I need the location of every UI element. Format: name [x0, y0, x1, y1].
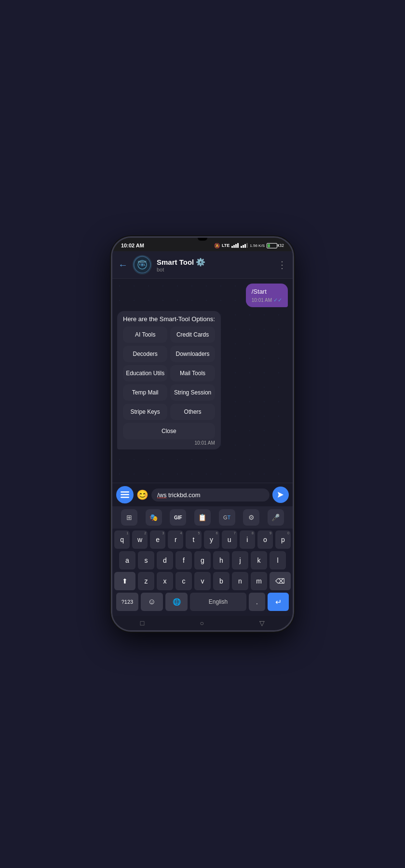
menu-button[interactable]	[116, 486, 134, 503]
emoji-keyboard-button[interactable]: ☺	[141, 593, 163, 611]
key-s[interactable]: s	[138, 551, 154, 570]
space-key[interactable]: English	[190, 593, 246, 611]
back-button[interactable]: ←	[118, 259, 128, 271]
key-d[interactable]: d	[157, 551, 173, 570]
battery-pct: 32	[279, 243, 284, 248]
sent-text: /Start	[252, 287, 282, 296]
options-grid: AI Tools Credit Cards Decoders Downloade…	[123, 326, 215, 439]
key-w[interactable]: w2	[132, 530, 148, 549]
key-r[interactable]: r4	[168, 530, 183, 549]
sent-bubble: /Start 10:01 AM ✓✓	[246, 284, 288, 307]
key-o[interactable]: o9	[257, 530, 273, 549]
key-f[interactable]: f	[176, 551, 192, 570]
btn-others[interactable]: Others	[170, 404, 215, 420]
key-b[interactable]: b	[213, 572, 230, 590]
btn-ai-tools[interactable]: AI Tools	[123, 326, 167, 343]
battery-fill	[268, 244, 270, 247]
keyboard-bottom-row: ?123 ☺ 🌐 English . ↵	[114, 593, 291, 614]
btn-close[interactable]: Close	[123, 423, 215, 439]
key-n[interactable]: n	[232, 572, 248, 590]
apps-icon-button[interactable]: ⊞	[121, 509, 137, 526]
backspace-key[interactable]: ⌫	[270, 572, 291, 590]
key-g[interactable]: g	[194, 551, 211, 570]
gif-button[interactable]: GIF	[170, 509, 186, 526]
btn-downloaders[interactable]: Downloaders	[170, 346, 215, 362]
phone-frame: 10:02 AM 🔕 LTE 1.56 K/S 32	[111, 236, 294, 632]
btn-mail-tools[interactable]: Mail Tools	[170, 365, 215, 381]
input-ws-underline: /ws	[157, 491, 167, 499]
globe-key[interactable]: 🌐	[165, 593, 188, 611]
bot-avatar: SMART TOOL	[133, 255, 152, 274]
key-x[interactable]: x	[157, 572, 173, 590]
key-q[interactable]: q1	[114, 530, 130, 549]
status-icons: 🔕 LTE 1.56 K/S 32	[214, 243, 284, 248]
received-bubble: Here are the Smart-Tool Options: AI Tool…	[117, 311, 221, 449]
key-l[interactable]: l	[270, 551, 286, 570]
btn-decoders[interactable]: Decoders	[123, 346, 167, 362]
signal-bars-2	[241, 243, 248, 248]
key-y[interactable]: y6	[204, 530, 219, 549]
nav-back-button[interactable]: ▽	[259, 619, 265, 627]
key-c[interactable]: c	[176, 572, 192, 590]
more-menu-button[interactable]: ⋮	[277, 259, 287, 271]
key-z[interactable]: z	[138, 572, 154, 590]
keyboard-row-3: ⬆ z x c v b n m ⌫	[114, 572, 291, 590]
translate-button[interactable]: GT	[219, 509, 235, 526]
period-key[interactable]: .	[249, 593, 265, 611]
key-p[interactable]: p0	[275, 530, 291, 549]
nav-home-button[interactable]: ○	[200, 619, 203, 627]
network-label: LTE	[222, 243, 230, 248]
battery-icon	[267, 243, 277, 248]
key-k[interactable]: k	[251, 551, 267, 570]
signal-bars	[231, 243, 239, 248]
keyboard: q1 w2 e3 r4 t5 y6 u7 i8 o9 p0 a s d f g …	[112, 529, 293, 616]
sticker-button[interactable]: 🎭	[146, 509, 162, 526]
svg-rect-7	[121, 494, 129, 496]
key-j[interactable]: j	[232, 551, 248, 570]
btn-stripe-keys[interactable]: Stripe Keys	[123, 404, 167, 420]
notch	[198, 238, 207, 241]
message-input[interactable]: /ws trickbd.com	[151, 488, 270, 502]
received-text: Here are the Smart-Tool Options:	[123, 315, 215, 324]
chat-header: ← SMART TOOL Smart Tool ⚙️ bot ⋮	[112, 251, 293, 279]
key-h[interactable]: h	[213, 551, 230, 570]
bot-name: Smart Tool	[157, 258, 194, 266]
keyboard-row-1: q1 w2 e3 r4 t5 y6 u7 i8 o9 p0	[114, 530, 291, 549]
svg-point-5	[141, 264, 143, 266]
btn-education-utils[interactable]: Education Utils	[123, 365, 167, 381]
bot-status: bot	[157, 267, 272, 272]
speed-label: 1.56 K/S	[250, 244, 265, 248]
key-u[interactable]: u7	[222, 530, 237, 549]
chat-area: /Start 10:01 AM ✓✓ Here are the Smart-To…	[112, 279, 293, 483]
mic-button[interactable]: 🎤	[268, 509, 284, 526]
key-e[interactable]: e3	[150, 530, 165, 549]
gear-icon: ⚙️	[196, 258, 205, 267]
sent-message-row: /Start 10:01 AM ✓✓	[117, 284, 288, 307]
settings-icon-button[interactable]: ⚙	[243, 509, 259, 526]
btn-string-session[interactable]: String Session	[170, 384, 215, 401]
key-i[interactable]: i8	[240, 530, 255, 549]
nav-recents-button[interactable]: □	[140, 619, 144, 627]
btn-credit-cards[interactable]: Credit Cards	[170, 326, 215, 343]
send-button[interactable]	[272, 487, 289, 503]
svg-rect-8	[121, 497, 129, 498]
read-ticks: ✓✓	[273, 297, 282, 303]
num-key[interactable]: ?123	[116, 593, 138, 611]
received-message-row: Here are the Smart-Tool Options: AI Tool…	[117, 311, 288, 449]
key-v[interactable]: v	[194, 572, 211, 590]
status-time: 10:02 AM	[121, 243, 144, 248]
key-m[interactable]: m	[251, 572, 267, 590]
sent-time: 10:01 AM ✓✓	[252, 297, 282, 303]
nav-bar: □ ○ ▽	[112, 616, 293, 630]
shift-key[interactable]: ⬆	[114, 572, 135, 590]
key-a[interactable]: a	[119, 551, 135, 570]
keyboard-row-2: a s d f g h j k l	[114, 551, 291, 570]
key-t[interactable]: t5	[186, 530, 201, 549]
mute-icon: 🔕	[214, 243, 220, 248]
keyboard-toolbar: ⊞ 🎭 GIF 📋 GT ⚙ 🎤	[112, 506, 293, 529]
enter-key[interactable]: ↵	[268, 593, 289, 611]
bot-info: Smart Tool ⚙️ bot	[157, 258, 272, 272]
btn-temp-mail[interactable]: Temp Mail	[123, 384, 167, 401]
clipboard-button[interactable]: 📋	[194, 509, 211, 526]
emoji-button[interactable]: 😊	[136, 489, 148, 501]
